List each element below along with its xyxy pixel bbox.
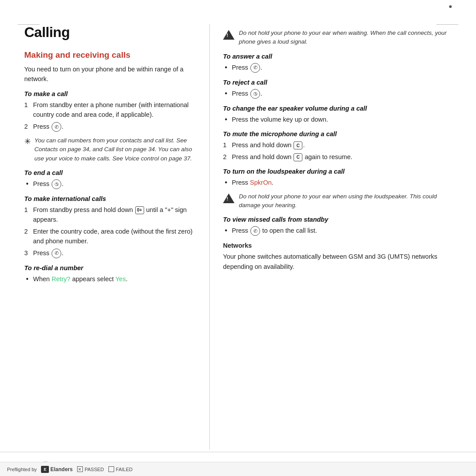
tip-text: You can call numbers from your contacts …: [34, 136, 196, 163]
passed-label: PASSED: [85, 467, 104, 472]
call-button-icon: ✆: [52, 122, 61, 132]
answer-call-bullet: Press ✆.: [223, 63, 452, 73]
subsection-answer-call: To answer a call: [223, 53, 452, 60]
end-call-bullet: Press ✆.: [24, 179, 196, 189]
ear-speaker-list: Press the volume key up or down.: [223, 115, 452, 124]
intl-step-3: 3 Press ✆.: [24, 248, 196, 258]
c-key-icon-2: C: [294, 153, 302, 161]
failed-label: FAILED: [116, 467, 133, 472]
dot-decoration: [449, 5, 452, 8]
left-column: Calling Making and receiving calls You n…: [24, 24, 209, 450]
step-number: 1: [24, 205, 28, 215]
redial-list: When Retry? appears select Yes.: [24, 274, 196, 284]
preflight-label: Preflighted by: [7, 467, 37, 472]
end-button-icon-2: ✆: [250, 89, 260, 99]
preflight-bar: Preflighted by E Elanders ✕ PASSED FAILE…: [0, 462, 476, 476]
missed-calls-bullet: Press ✆ to open the call list.: [223, 226, 452, 236]
page-title: Calling: [24, 24, 196, 41]
intl-step-1: 1 From standby press and hold down 0+ un…: [24, 205, 196, 225]
make-call-step-1: 1 From standby enter a phone number (wit…: [24, 100, 196, 120]
step-number: 1: [223, 140, 227, 150]
tip-star-icon: ✳: [24, 137, 31, 146]
call-button-icon: ✆: [250, 63, 260, 73]
subsection-mute-mic: To mute the microphone during a call: [223, 130, 452, 138]
ear-speaker-bullet: Press the volume key up or down.: [223, 115, 452, 124]
top-rule-left: [18, 24, 40, 25]
make-call-list: 1 From standby enter a phone number (wit…: [24, 100, 196, 132]
mute-step-2: 2 Press and hold down C again to resume.: [223, 152, 452, 162]
warning-box-1: Do not hold your phone to your ear when …: [223, 29, 452, 47]
subsection-loudspeaker: To turn on the loudspeaker during a call: [223, 168, 452, 175]
end-call-list: Press ✆.: [24, 179, 196, 189]
passed-checkbox: ✕: [77, 466, 83, 472]
spkron-text: SpkrOn: [250, 179, 271, 186]
subsection-end-call: To end a call: [24, 169, 196, 176]
subsection-redial: To re-dial a number: [24, 264, 196, 271]
subsection-make-call: To make a call: [24, 90, 196, 97]
elanders-logo-icon: E: [41, 466, 49, 473]
warning-icon-1: [223, 30, 234, 40]
warning-text-2: Do not hold your phone to your ear when …: [239, 192, 452, 210]
subsection-ear-speaker: To change the ear speaker volume during …: [223, 105, 452, 112]
step-number: 1: [24, 100, 28, 110]
call-button-icon-3: ✆: [250, 226, 260, 236]
yes-text: Yes: [115, 275, 126, 283]
mute-step-1: 1 Press and hold down C.: [223, 140, 452, 150]
step-number: 2: [223, 152, 227, 162]
mute-mic-list: 1 Press and hold down C. 2 Press and hol…: [223, 140, 452, 162]
preflight-passed: ✕ PASSED: [77, 466, 104, 472]
retry-text: Retry?: [52, 275, 71, 283]
end-button-icon: ✆: [52, 179, 61, 189]
section-heading-making-calls: Making and receiving calls: [24, 50, 196, 60]
subsection-missed-calls: To view missed calls from standby: [223, 216, 452, 223]
page: Calling Making and receiving calls You n…: [0, 0, 476, 476]
intl-step-2: 2 Enter the country code, area code (wit…: [24, 227, 196, 246]
loudspeaker-bullet: Press SpkrOn.: [223, 178, 452, 187]
reject-call-list: Press ✆.: [223, 89, 452, 99]
preflight-failed: FAILED: [108, 466, 133, 472]
warning-text-1: Do not hold your phone to your ear when …: [239, 29, 452, 47]
c-key-icon-1: C: [294, 141, 302, 149]
elanders-name: Elanders: [50, 466, 73, 472]
zero-plus-key-icon: 0+: [135, 206, 144, 214]
networks-text: Your phone switches automatically betwee…: [223, 252, 452, 271]
preflight-company: E Elanders: [41, 466, 73, 473]
international-calls-list: 1 From standby press and hold down 0+ un…: [24, 205, 196, 258]
make-call-step-2: 2 Press ✆.: [24, 122, 196, 132]
failed-checkbox: [108, 466, 114, 472]
answer-call-list: Press ✆.: [223, 63, 452, 73]
top-rule-right: [436, 24, 458, 25]
tip-box: ✳ You can call numbers from your contact…: [24, 136, 196, 163]
call-button-icon: ✆: [52, 249, 61, 258]
missed-calls-list: Press ✆ to open the call list.: [223, 226, 452, 236]
redial-bullet: When Retry? appears select Yes.: [24, 274, 196, 284]
networks-heading: Networks: [223, 242, 452, 249]
loudspeaker-list: Press SpkrOn.: [223, 178, 452, 187]
content-area: Calling Making and receiving calls You n…: [24, 24, 452, 450]
right-column: Do not hold your phone to your ear when …: [210, 24, 452, 450]
step-number: 3: [24, 248, 28, 258]
warning-box-2: Do not hold your phone to your ear when …: [223, 192, 452, 210]
step-number: 2: [24, 227, 28, 236]
warning-icon-2: [223, 193, 234, 203]
intro-text: You need to turn on your phone and be wi…: [24, 64, 196, 84]
reject-call-bullet: Press ✆.: [223, 89, 452, 99]
subsection-international: To make international calls: [24, 195, 196, 202]
subsection-reject-call: To reject a call: [223, 79, 452, 86]
step-number: 2: [24, 122, 28, 131]
